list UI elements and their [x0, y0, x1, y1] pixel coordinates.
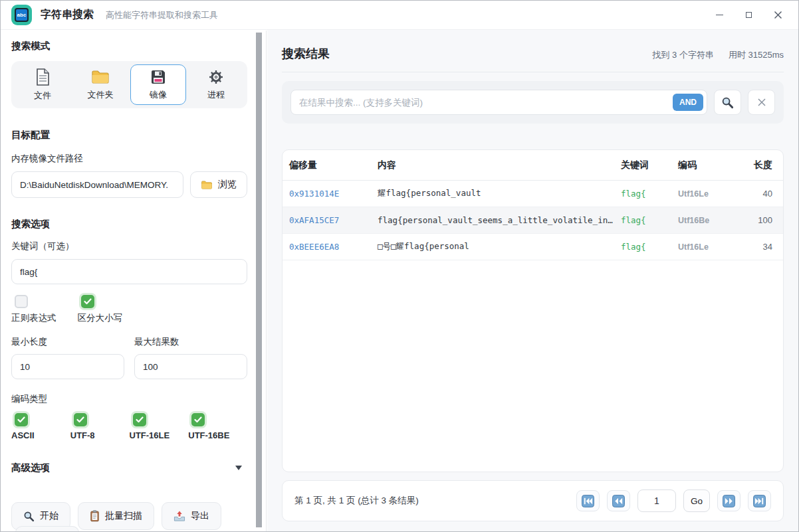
check-icon: [194, 416, 202, 423]
keyword-input[interactable]: [11, 259, 247, 284]
encoding-utf8-checkbox[interactable]: [74, 413, 87, 426]
encoding-utf16be-checkbox[interactable]: [191, 413, 205, 426]
and-mode-toggle[interactable]: AND: [673, 94, 703, 111]
col-encoding: 编码: [671, 159, 733, 171]
window-controls: [713, 9, 788, 21]
encoding-utf16le-label: UTF-16LE: [130, 430, 170, 440]
mode-process-label: 进程: [207, 89, 225, 101]
case-sensitive-checkbox[interactable]: [81, 295, 94, 308]
export-button[interactable]: 导出: [162, 502, 221, 530]
previous-page-button[interactable]: [607, 490, 630, 511]
file-icon: [35, 68, 51, 86]
maximize-button[interactable]: [742, 9, 754, 21]
filter-search-button[interactable]: [714, 90, 741, 115]
go-button[interactable]: Go: [683, 489, 710, 512]
floppy-disk-icon: [150, 69, 166, 85]
min-length-field: 最小长度: [11, 336, 124, 379]
encoding-utf16le-checkbox[interactable]: [133, 413, 146, 426]
maximize-icon: [746, 12, 752, 18]
encoding-ascii-checkbox[interactable]: [15, 413, 28, 426]
close-icon: [774, 11, 782, 19]
skip-to-start-icon: [582, 495, 594, 507]
encoding-type-label: 编码类型: [11, 393, 247, 405]
page-number-input[interactable]: [637, 489, 676, 512]
table-row[interactable]: 0xAFA15CE7 flag{personal_vault_seems_a_l…: [283, 207, 783, 234]
search-mode-group: 文件 文件夹 镜像: [11, 61, 247, 108]
max-results-label: 最大结果数: [134, 336, 247, 348]
close-icon: [757, 98, 766, 107]
row-content: 耀flag{personal_vault: [371, 188, 614, 199]
sidebar-scrollbar[interactable]: [256, 33, 262, 527]
row-content: flag{personal_vault_seems_a_little_volat…: [371, 215, 614, 225]
close-button[interactable]: [772, 9, 784, 21]
first-page-button[interactable]: [576, 490, 600, 511]
row-encoding: Utf16Le: [671, 189, 733, 199]
encoding-utf8-label: UTF-8: [70, 430, 95, 440]
fast-forward-icon: [723, 495, 735, 507]
filter-input[interactable]: [299, 98, 673, 108]
check-icon: [17, 416, 25, 423]
chevron-down-icon[interactable]: [235, 466, 242, 470]
case-option: 区分大小写: [78, 295, 123, 324]
minimize-button[interactable]: [713, 9, 725, 21]
table-header: 偏移量 内容 关键词 编码 长度: [283, 150, 783, 181]
regex-label: 正则表达式: [11, 312, 57, 324]
batch-scan-button[interactable]: 批量扫描: [78, 502, 154, 530]
check-icon: [84, 298, 92, 305]
browse-folder-icon: [201, 180, 213, 190]
encoding-utf16le-option: UTF-16LE: [130, 413, 189, 440]
check-icon: [76, 416, 84, 423]
table-row[interactable]: 0xBEEE6EA8 □号□耀flag{personal flag{ Utf16…: [283, 234, 783, 260]
folder-icon: [91, 69, 110, 85]
browse-button[interactable]: 浏览: [190, 171, 247, 198]
app-logo-icon: abc: [11, 5, 32, 25]
header-divider: [282, 72, 784, 72]
filter-clear-button[interactable]: [748, 90, 775, 115]
advanced-options-row[interactable]: 高级选项: [11, 462, 247, 474]
col-keyword: 关键词: [614, 159, 671, 171]
search-mode-heading: 搜索模式: [11, 40, 247, 52]
last-page-button[interactable]: [748, 490, 771, 511]
col-offset: 偏移量: [283, 159, 371, 171]
keyword-label: 关键词（可选）: [11, 240, 247, 252]
target-config-heading: 目标配置: [11, 129, 247, 141]
image-path-input[interactable]: [11, 171, 183, 198]
filter-bar: AND: [282, 81, 784, 124]
table-row[interactable]: 0x9131014E 耀flag{personal_vault flag{ Ut…: [283, 181, 783, 207]
max-results-input[interactable]: [134, 354, 247, 379]
path-label: 内存镜像文件路径: [11, 153, 247, 165]
pagination-controls: Go: [576, 489, 771, 512]
mode-folder[interactable]: 文件夹: [72, 64, 128, 105]
min-length-input[interactable]: [11, 354, 124, 379]
col-content: 内容: [371, 159, 614, 171]
encoding-ascii-label: ASCII: [11, 430, 35, 440]
export-tray-icon: [173, 511, 185, 521]
next-page-button[interactable]: [717, 490, 741, 511]
titlebar: abc 字符串搜索 高性能字符串提取和搜索工具: [1, 1, 798, 30]
advanced-options-heading: 高级选项: [11, 462, 50, 474]
clipped-button[interactable]: [15, 526, 79, 532]
row-encoding: Utf16Le: [671, 242, 733, 252]
encoding-utf16be-option: UTF-16BE: [188, 413, 247, 440]
regex-checkbox[interactable]: [15, 295, 28, 308]
search-icon: [23, 511, 35, 522]
row-content: □号□耀flag{personal: [371, 241, 614, 252]
mode-process[interactable]: 进程: [188, 64, 244, 105]
regex-option: 正则表达式: [11, 295, 57, 324]
mode-image[interactable]: 镜像: [130, 64, 186, 105]
mode-file[interactable]: 文件: [15, 64, 70, 105]
row-offset[interactable]: 0xAFA15CE7: [283, 215, 371, 225]
min-length-label: 最小长度: [11, 336, 124, 348]
results-stats: 找到 3 个字符串 用时 31525ms: [652, 49, 784, 61]
row-offset[interactable]: 0x9131014E: [283, 189, 371, 199]
row-keyword: flag{: [614, 215, 671, 225]
row-encoding: Utf16Be: [671, 216, 733, 225]
app-window: abc 字符串搜索 高性能字符串提取和搜索工具 搜索模式: [0, 0, 799, 532]
row-keyword: flag{: [614, 242, 671, 252]
export-button-label: 导出: [191, 510, 209, 522]
sidebar: 搜索模式 文件 文件夹: [1, 31, 267, 531]
mode-folder-label: 文件夹: [88, 89, 114, 101]
max-results-field: 最大结果数: [134, 336, 247, 379]
row-offset[interactable]: 0xBEEE6EA8: [283, 242, 371, 252]
app-logo-text: abc: [15, 8, 29, 22]
